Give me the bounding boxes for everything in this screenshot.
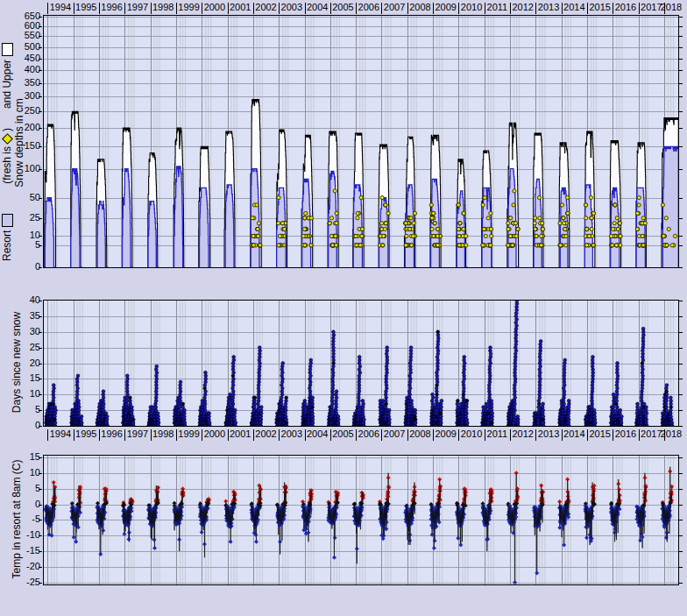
year-label: 2005	[329, 2, 356, 13]
tick-mark	[39, 83, 42, 84]
tick-mark	[39, 520, 42, 520]
year-tick	[381, 3, 382, 14]
year-label: 1995	[73, 428, 99, 440]
tick-mark	[39, 301, 42, 301]
year-label: 2010	[458, 428, 485, 440]
snow-legend: Resort (fresh is ) and Upper	[1, 25, 13, 261]
tick-mark	[679, 36, 683, 37]
tick-mark	[39, 316, 42, 317]
tick-mark	[679, 59, 683, 60]
year-tick	[356, 3, 357, 14]
year-label: 2015	[587, 428, 613, 440]
year-label: 1996	[99, 2, 125, 13]
year-tick	[587, 3, 588, 14]
year-label: 2016	[613, 428, 639, 440]
tick-mark	[679, 520, 683, 520]
tick-mark	[39, 198, 42, 199]
year-tick	[433, 3, 434, 14]
temp-plot	[43, 455, 679, 585]
year-tick	[228, 429, 229, 441]
snow-depth-plot	[43, 15, 679, 268]
tick-mark	[39, 379, 42, 379]
days-axis-title-text: Days since new snow	[11, 312, 23, 413]
tick-mark	[39, 457, 42, 458]
tick-mark	[39, 505, 42, 506]
temp-axis-title: Temp in resort at 8am (C)	[10, 455, 24, 584]
tick-mark	[679, 364, 683, 365]
year-label: 2000	[202, 428, 228, 440]
year-label: 2008	[407, 428, 433, 440]
legend-resort-label: Resort	[1, 230, 13, 261]
year-label: 2006	[356, 2, 382, 13]
year-label: 2005	[329, 428, 356, 440]
year-label: 2015	[587, 2, 613, 13]
tick-mark	[39, 394, 42, 395]
year-label: 2011	[484, 428, 510, 440]
tick-mark	[679, 316, 683, 317]
year-label: 2000	[202, 2, 228, 13]
year-label: 2011	[484, 2, 510, 13]
tick-mark	[39, 567, 42, 568]
tick-mark	[39, 111, 42, 112]
year-tick	[253, 429, 254, 441]
tick-mark	[39, 169, 42, 170]
year-tick	[176, 3, 177, 14]
year-label: 2018	[658, 2, 684, 13]
tick-mark	[39, 47, 42, 48]
y-tick-label: 650	[18, 11, 40, 22]
snow-axis-title-text: Snow depths in cm	[13, 25, 25, 261]
year-tick	[151, 3, 152, 14]
tick-mark	[39, 489, 42, 490]
tick-mark	[39, 364, 42, 365]
tick-mark	[679, 128, 683, 129]
year-tick	[176, 429, 177, 441]
year-tick	[305, 3, 306, 14]
year-tick	[151, 429, 152, 441]
tick-mark	[679, 473, 683, 474]
tick-mark	[679, 111, 683, 112]
year-label: 2002	[253, 428, 280, 440]
year-tick	[74, 429, 74, 441]
year-tick	[253, 3, 254, 14]
year-tick	[202, 3, 202, 14]
year-tick	[535, 3, 536, 14]
year-label: 1998	[150, 428, 176, 440]
year-label: 1994	[47, 2, 74, 13]
tick-mark	[39, 36, 42, 37]
tick-mark	[679, 551, 683, 552]
year-tick	[407, 3, 408, 14]
tick-mark	[679, 583, 683, 584]
tick-mark	[679, 567, 683, 568]
tick-mark	[39, 473, 42, 474]
year-label: 2013	[535, 2, 562, 13]
year-tick	[535, 429, 536, 441]
year-tick	[279, 429, 280, 441]
legend-fresh-pre: (fresh is	[1, 146, 13, 184]
tick-mark	[39, 267, 42, 268]
tick-mark	[679, 198, 683, 199]
year-label: 1999	[176, 2, 202, 13]
tick-mark	[679, 236, 683, 237]
tick-mark	[39, 146, 42, 147]
tick-mark	[679, 332, 683, 333]
year-label: 1997	[124, 2, 151, 13]
year-tick	[562, 429, 563, 441]
year-tick	[639, 3, 640, 14]
year-tick	[74, 3, 74, 14]
year-label: 2018	[658, 428, 684, 440]
year-tick	[99, 3, 100, 14]
fresh-snow-swatch-icon	[2, 133, 13, 145]
tick-mark	[679, 47, 683, 48]
tick-mark	[679, 83, 683, 84]
days-since-snow-plot	[43, 300, 679, 427]
year-tick	[228, 3, 229, 14]
tick-mark	[39, 128, 42, 129]
tick-mark	[679, 245, 683, 246]
tick-mark	[679, 17, 683, 18]
year-tick	[202, 429, 202, 441]
year-label: 2012	[510, 428, 536, 440]
tick-mark	[39, 17, 42, 18]
year-tick	[510, 3, 511, 14]
year-label: 1998	[150, 2, 176, 13]
tick-mark	[679, 301, 683, 301]
